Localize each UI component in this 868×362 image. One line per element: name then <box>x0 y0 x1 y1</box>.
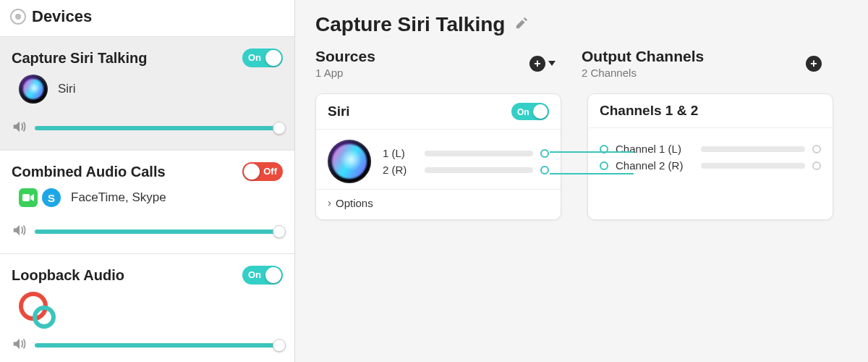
toggle-knob <box>244 164 260 180</box>
output-card-header: Channels 1 & 2 <box>588 94 833 128</box>
routing-wire-1 <box>550 151 634 153</box>
level-meter <box>425 167 533 173</box>
level-meter <box>425 151 533 156</box>
route-node-end[interactable] <box>812 161 821 170</box>
level-meter <box>701 146 805 152</box>
device-volume-row <box>12 337 283 354</box>
output-channel-row: Channel 2 (R) <box>600 159 821 172</box>
main-panel: Capture Siri Talking Sources 1 App + Out… <box>295 0 868 362</box>
device-volume-row <box>12 223 283 240</box>
add-output-button[interactable]: + <box>806 56 822 72</box>
source-card[interactable]: Siri On 1 (L) 2 (R) <box>315 93 561 220</box>
source-card-title: Siri <box>328 104 350 119</box>
toggle-label: On <box>517 103 529 122</box>
source-channel-row: 1 (L) <box>383 147 549 159</box>
volume-icon <box>12 119 27 137</box>
device-item-capture-siri[interactable]: Capture Siri Talking On Siri <box>0 37 294 151</box>
toggle-knob <box>533 104 548 119</box>
sources-section: Sources 1 App + <box>315 48 582 79</box>
outputs-subtitle: 2 Channels <box>582 67 704 79</box>
device-volume-row <box>12 119 283 137</box>
output-card[interactable]: Channels 1 & 2 Channel 1 (L) Channel 2 (… <box>587 93 833 220</box>
sources-title: Sources <box>315 48 375 65</box>
toggle-knob <box>265 267 281 283</box>
sidebar-title: Devices <box>32 7 92 26</box>
toggle-knob <box>265 50 281 66</box>
plus-icon: + <box>529 56 545 72</box>
device-row: Combined Audio Calls Off <box>12 162 283 181</box>
outputs-title: Output Channels <box>582 48 704 65</box>
edit-title-button[interactable] <box>515 17 528 33</box>
source-options-button[interactable]: › Options <box>316 189 561 219</box>
sidebar: Devices Capture Siri Talking On Siri Com… <box>0 0 295 362</box>
volume-icon <box>12 337 27 354</box>
slider-thumb[interactable] <box>273 225 286 238</box>
sections-row: Sources 1 App + Output Channels 2 Channe… <box>315 48 848 79</box>
device-title: Loopback Audio <box>12 267 124 284</box>
siri-icon <box>19 75 48 104</box>
routing-wire-2 <box>550 173 634 174</box>
output-channel-row: Channel 1 (L) <box>600 143 821 155</box>
source-card-body: 1 (L) 2 (R) <box>316 130 561 189</box>
device-subrow: Siri <box>19 75 283 104</box>
channel-label: 2 (R) <box>383 164 417 176</box>
volume-slider[interactable] <box>35 230 283 234</box>
outputs-section: Output Channels 2 Channels + <box>582 48 848 79</box>
sidebar-header: Devices <box>0 0 294 37</box>
route-node[interactable] <box>540 149 549 158</box>
device-title: Combined Audio Calls <box>12 164 166 180</box>
chevron-right-icon: › <box>328 196 331 209</box>
device-subrow: S FaceTime, Skype <box>19 188 283 207</box>
device-subrow <box>19 292 283 321</box>
chevron-down-icon <box>548 61 556 66</box>
page-title: Capture Siri Talking <box>315 13 505 36</box>
loopback-icon <box>19 292 48 321</box>
routing-area: Siri On 1 (L) 2 (R) <box>315 93 848 220</box>
device-item-combined-audio[interactable]: Combined Audio Calls Off S FaceTime, Sky… <box>0 151 294 254</box>
source-toggle[interactable]: On <box>511 103 549 120</box>
facetime-icon <box>19 188 38 207</box>
volume-slider[interactable] <box>35 343 283 348</box>
level-meter <box>701 163 805 169</box>
svg-rect-0 <box>22 194 30 201</box>
source-card-header: Siri On <box>316 94 561 130</box>
toggle-label: On <box>248 49 261 67</box>
skype-icon: S <box>42 188 61 207</box>
channel-label: Channel 1 (L) <box>616 143 694 155</box>
output-card-body: Channel 1 (L) Channel 2 (R) <box>588 128 833 189</box>
volume-slider[interactable] <box>35 126 283 130</box>
sources-subtitle: 1 App <box>315 67 375 79</box>
page-title-row: Capture Siri Talking <box>315 13 848 36</box>
slider-thumb[interactable] <box>273 122 286 135</box>
options-label: Options <box>336 197 373 209</box>
device-row: Capture Siri Talking On <box>12 49 283 67</box>
device-toggle[interactable]: On <box>242 49 283 67</box>
siri-icon <box>328 140 371 183</box>
device-sub-label: FaceTime, Skype <box>71 190 166 205</box>
device-item-loopback-audio[interactable]: Loopback Audio On <box>0 254 294 362</box>
route-node[interactable] <box>540 166 549 174</box>
source-channel-row: 2 (R) <box>383 164 549 176</box>
add-source-button[interactable]: + <box>529 56 556 72</box>
channel-label: Channel 2 (R) <box>616 159 694 172</box>
device-row: Loopback Audio On <box>12 266 283 285</box>
device-sub-label: Siri <box>58 82 76 96</box>
device-toggle[interactable]: Off <box>242 162 283 181</box>
route-node[interactable] <box>600 161 608 170</box>
toggle-label: On <box>248 266 261 285</box>
toggle-label: Off <box>263 162 277 181</box>
device-toggle[interactable]: On <box>242 266 283 285</box>
output-card-title: Channels 1 & 2 <box>600 103 698 119</box>
devices-icon <box>10 9 26 25</box>
channel-label: 1 (L) <box>383 147 417 159</box>
slider-thumb[interactable] <box>273 339 286 352</box>
device-title: Capture Siri Talking <box>12 50 147 67</box>
volume-icon <box>12 223 27 240</box>
route-node-end[interactable] <box>812 145 821 153</box>
